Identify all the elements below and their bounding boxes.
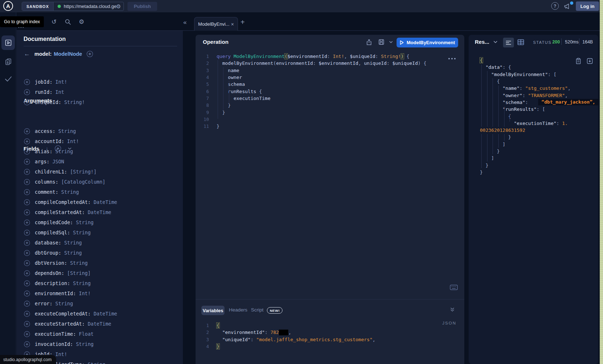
field-type[interactable]: Int! — [79, 290, 91, 296]
help-icon[interactable]: ? — [551, 2, 559, 10]
response-title[interactable]: Res... — [475, 39, 489, 45]
code-line: 4 owner — [196, 74, 464, 81]
login-button[interactable]: Log in — [576, 1, 599, 11]
operation-editor[interactable]: 1query ModelByEnvironment($environmentId… — [196, 53, 464, 130]
checks-nav-button[interactable] — [1, 72, 15, 85]
status-bar: studio.apollographql.com — [0, 355, 56, 364]
add-field-icon[interactable] — [24, 280, 30, 286]
field-type[interactable]: String — [64, 240, 82, 246]
add-field-icon[interactable] — [24, 79, 30, 85]
field-type[interactable]: Float — [79, 331, 94, 337]
collapse-panel-icon[interactable] — [450, 307, 455, 312]
back-icon[interactable]: ← — [24, 50, 30, 58]
add-field-icon[interactable] — [24, 260, 30, 266]
field-type[interactable]: [CatalogColumn] — [61, 179, 105, 185]
endpoint-url-input[interactable]: https://metadata.cloud.get — [64, 4, 116, 9]
response-time: 520ms — [565, 39, 579, 45]
add-field-icon[interactable] — [24, 270, 30, 276]
field-type[interactable]: String — [73, 230, 91, 235]
field-type[interactable]: String — [64, 250, 82, 256]
add-field-icon[interactable] — [24, 219, 30, 226]
field-type[interactable]: [String] — [67, 270, 91, 276]
field-type[interactable]: [String!] — [70, 169, 96, 175]
tab-headers[interactable]: Headers — [229, 307, 247, 313]
endpoint-settings-icon[interactable]: ⚙ — [116, 4, 121, 9]
add-field-icon[interactable] — [24, 250, 30, 256]
add-field-icon[interactable] — [24, 169, 30, 175]
add-field-icon[interactable] — [24, 290, 30, 297]
apollo-logo[interactable]: A — [3, 1, 13, 11]
add-field-icon[interactable] — [24, 148, 30, 155]
tab-script[interactable]: Script — [251, 307, 264, 313]
tree-view-toggle[interactable] — [503, 38, 514, 47]
add-field-icon[interactable] — [24, 301, 30, 307]
field-type[interactable]: String — [55, 148, 73, 154]
add-field-icon[interactable] — [24, 89, 30, 95]
publish-button[interactable]: Publish — [127, 2, 157, 11]
breadcrumb-type-link[interactable]: ModelNode — [54, 51, 82, 57]
field-row: uniqueId: String! — [24, 97, 180, 107]
table-view-toggle[interactable] — [517, 39, 524, 46]
code-line: 11} — [196, 123, 464, 130]
add-field-icon[interactable] — [24, 230, 30, 236]
field-name: jobId: — [35, 79, 53, 85]
add-field-icon[interactable] — [24, 179, 30, 185]
add-field-icon[interactable] — [24, 189, 30, 195]
field-type[interactable]: JSON — [53, 159, 64, 164]
code-line: } — [480, 134, 598, 141]
explorer-nav-button[interactable] — [1, 35, 15, 50]
field-type[interactable]: DateTime — [93, 199, 117, 205]
close-tab-icon[interactable]: × — [231, 21, 234, 27]
add-field-icon[interactable] — [24, 99, 30, 105]
page-scrollbar[interactable] — [600, 0, 603, 364]
field-type[interactable]: DateTime — [88, 209, 111, 215]
add-field-icon[interactable] — [24, 159, 30, 165]
save-chevron-icon[interactable] — [387, 38, 395, 46]
add-field-icon[interactable] — [24, 331, 30, 337]
add-field-icon[interactable] — [24, 341, 30, 347]
share-icon[interactable] — [365, 38, 373, 46]
add-field-icon[interactable] — [24, 240, 30, 246]
field-type[interactable]: String! — [64, 99, 85, 105]
field-type[interactable]: String — [70, 260, 88, 266]
add-field-icon[interactable] — [24, 128, 30, 134]
add-field-icon[interactable] — [24, 209, 30, 216]
doc-panel-title: Documentation — [24, 36, 66, 42]
tab-variables[interactable]: Variables — [201, 306, 225, 315]
add-field-icon[interactable] — [24, 321, 30, 327]
field-type[interactable]: Int! — [55, 351, 67, 357]
field-type[interactable]: DateTime — [93, 311, 117, 317]
field-type[interactable]: Int! — [67, 138, 79, 144]
response-size: 164B — [582, 39, 593, 45]
field-type[interactable]: String — [61, 189, 79, 195]
search-button[interactable] — [64, 18, 72, 26]
field-type[interactable]: Int — [55, 89, 64, 95]
settings-icon[interactable]: ⚙ — [78, 18, 85, 26]
field-type[interactable]: String — [58, 128, 76, 134]
add-field-icon[interactable] — [87, 51, 93, 57]
save-icon[interactable] — [377, 38, 385, 46]
field-type[interactable]: String — [76, 219, 94, 225]
field-type[interactable]: DateTime — [88, 321, 111, 327]
add-field-icon[interactable] — [24, 199, 30, 205]
schema-nav-button[interactable] — [1, 55, 15, 68]
keyboard-shortcuts-icon[interactable] — [450, 285, 458, 290]
history-icon[interactable]: ↺ — [50, 18, 58, 26]
operation-tab[interactable]: ModelByEnvi... × — [194, 17, 238, 31]
variables-editor[interactable]: 1{2 "environmentId": 782,3 "uniqueId": "… — [196, 322, 464, 350]
field-name: uniqueId: — [35, 99, 61, 105]
new-tab-button[interactable]: + — [240, 18, 245, 26]
field-type[interactable]: Int! — [55, 79, 67, 85]
collapse-sidebar-icon[interactable]: « — [183, 19, 187, 26]
add-field-icon[interactable] — [24, 311, 30, 317]
field-type[interactable]: String — [88, 361, 105, 364]
code-line: 2 "environmentId": 782, — [196, 329, 464, 336]
explorer-icon — [4, 39, 12, 47]
field-type[interactable]: String — [76, 341, 94, 347]
add-field-icon[interactable] — [24, 138, 30, 145]
response-viewer[interactable]: { "data": { "modelByEnvironment": [ { "n… — [480, 57, 598, 176]
response-dropdown-icon[interactable] — [493, 41, 498, 43]
run-button[interactable]: ModelByEnvironment — [397, 38, 458, 47]
field-type[interactable]: String — [55, 301, 73, 306]
field-type[interactable]: String — [73, 280, 91, 286]
